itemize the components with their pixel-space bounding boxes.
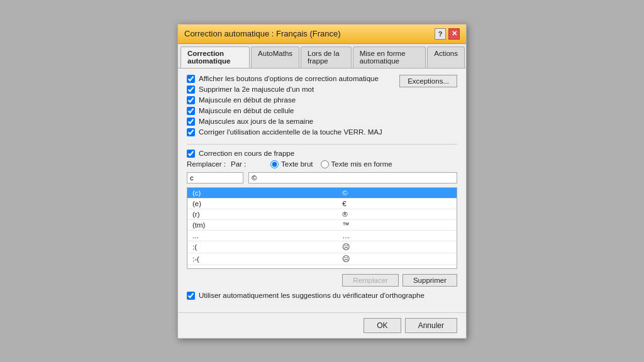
table-cell-par: … xyxy=(337,230,457,241)
dialog-title: Correction automatique : Français (Franc… xyxy=(184,29,341,38)
checkbox-majuscule-debut-phrase: Majuscule en début de phrase xyxy=(187,96,382,104)
checkbox-majuscule-debut-cellule-input[interactable] xyxy=(187,107,195,115)
table-cell-par: ™ xyxy=(337,219,457,230)
radio-texte-brut-input[interactable] xyxy=(270,160,279,168)
supprimer-button[interactable]: Supprimer xyxy=(402,274,457,287)
checkbox-majuscule-debut-phrase-input[interactable] xyxy=(187,96,195,104)
table-cell-replace: :-( xyxy=(187,253,337,265)
table-cell-replace: (r) xyxy=(187,209,337,219)
tab-mise-en-forme[interactable]: Mise en forme automatique xyxy=(353,47,426,68)
tab-actions[interactable]: Actions xyxy=(427,47,465,68)
checkbox-corriger-verr-maj-label: Corriger l'utilisation accidentelle de l… xyxy=(199,128,382,136)
checkbox-supprimer-2e-majuscule-label: Supprimer la 2e majuscule d'un mot xyxy=(199,85,314,93)
checkbox-majuscule-debut-cellule: Majuscule en début de cellule xyxy=(187,107,382,115)
table-row[interactable]: (tm)™ xyxy=(187,219,457,230)
radio-texte-brut-label: Texte brut xyxy=(281,160,313,168)
checkbox-afficher-boutons: Afficher les boutons d'options de correc… xyxy=(187,75,382,83)
radio-texte-mis-en-forme-label: Texte mis en forme xyxy=(331,160,392,168)
autocorrect-table-inner: (c)©(e)€(r)®(tm)™...…:(☹:-(☹ xyxy=(187,188,457,265)
par-input[interactable] xyxy=(248,172,457,184)
help-button[interactable]: ? xyxy=(435,28,446,40)
replace-input[interactable] xyxy=(187,172,243,184)
title-bar-buttons: ? ✕ xyxy=(435,28,460,40)
table-cell-par: ☹ xyxy=(337,253,457,265)
checkbox-supprimer-2e-majuscule: Supprimer la 2e majuscule d'un mot xyxy=(187,85,382,94)
radio-group: Texte brut Texte mis en forme xyxy=(270,160,392,168)
table-row[interactable]: (c)© xyxy=(187,188,457,199)
checkbox-corriger-verr-maj-input[interactable] xyxy=(187,128,195,136)
table-row[interactable]: ...… xyxy=(187,230,457,241)
table-cell-par: ® xyxy=(337,209,457,219)
checkbox-majuscules-jours-label: Majuscules aux jours de la semaine xyxy=(199,118,313,125)
title-bar: Correction automatique : Français (Franc… xyxy=(178,25,466,44)
table-cell-replace: (e) xyxy=(187,198,337,209)
radio-texte-brut[interactable]: Texte brut xyxy=(270,160,313,168)
checkbox-majuscules-jours-input[interactable] xyxy=(187,118,195,126)
checkbox-correction-frappe-input[interactable] xyxy=(187,150,195,158)
table-row[interactable]: (r)® xyxy=(187,209,457,219)
table-cell-replace: :( xyxy=(187,241,337,253)
checkbox-afficher-boutons-input[interactable] xyxy=(187,75,195,83)
replace-par-row: Remplacer : Par : Texte brut Texte mis e… xyxy=(187,160,457,168)
close-button[interactable]: ✕ xyxy=(448,28,460,40)
checkbox-correction-frappe-label: Correction en cours de frappe xyxy=(199,150,294,157)
checkbox-majuscule-debut-cellule-label: Majuscule en début de cellule xyxy=(199,107,294,114)
tab-correction-automatique[interactable]: Correction automatique xyxy=(180,47,250,68)
autocorrect-table[interactable]: (c)©(e)€(r)®(tm)™...…:(☹:-(☹ xyxy=(187,187,457,269)
tab-lors-de-la-frappe[interactable]: Lors de la frappe xyxy=(301,47,352,68)
action-buttons: Remplacer Supprimer xyxy=(187,274,457,287)
par-label: Par : xyxy=(231,160,265,168)
annuler-button[interactable]: Annuler xyxy=(405,318,457,333)
table-row[interactable]: (e)€ xyxy=(187,198,457,209)
exceptions-btn-container: Exceptions... xyxy=(399,75,457,87)
dialog-footer: OK Annuler xyxy=(178,312,466,338)
exceptions-button[interactable]: Exceptions... xyxy=(399,75,457,87)
tabs: Correction automatique AutoMaths Lors de… xyxy=(178,44,466,69)
remplacer-button[interactable]: Remplacer xyxy=(342,274,399,287)
checkbox-afficher-boutons-label: Afficher les boutons d'options de correc… xyxy=(199,75,379,82)
table-cell-replace: (c) xyxy=(187,188,337,199)
separator-1 xyxy=(187,144,457,145)
table-row[interactable]: :(☹ xyxy=(187,241,457,253)
table-cell-replace: (tm) xyxy=(187,219,337,230)
ok-button[interactable]: OK xyxy=(364,318,401,333)
tab-automaths[interactable]: AutoMaths xyxy=(251,47,299,68)
dialog-content: Afficher les boutons d'options de correc… xyxy=(178,69,466,312)
top-checkboxes: Afficher les boutons d'options de correc… xyxy=(187,75,382,139)
checkbox-utiliser-suggestions: Utiliser automatiquement les suggestions… xyxy=(187,292,457,300)
checkbox-majuscules-jours: Majuscules aux jours de la semaine xyxy=(187,118,382,126)
table-cell-par: ☹ xyxy=(337,241,457,253)
table-row[interactable]: :-(☹ xyxy=(187,253,457,265)
dialog: Correction automatique : Français (Franc… xyxy=(177,24,467,339)
checkbox-utiliser-suggestions-label: Utiliser automatiquement les suggestions… xyxy=(199,292,425,299)
checkbox-utiliser-suggestions-input[interactable] xyxy=(187,292,195,300)
checkbox-corriger-verr-maj: Corriger l'utilisation accidentelle de l… xyxy=(187,128,382,136)
checkbox-majuscule-debut-phrase-label: Majuscule en début de phrase xyxy=(199,96,296,104)
table-cell-par: € xyxy=(337,198,457,209)
table-cell-par: © xyxy=(337,188,457,199)
input-row xyxy=(187,172,457,184)
table-cell-replace: ... xyxy=(187,230,337,241)
radio-texte-mis-en-forme-input[interactable] xyxy=(321,160,329,168)
checkbox-supprimer-2e-majuscule-input[interactable] xyxy=(187,85,195,94)
radio-texte-mis-en-forme[interactable]: Texte mis en forme xyxy=(321,160,392,168)
replace-label: Remplacer : xyxy=(187,160,226,168)
checkbox-correction-frappe: Correction en cours de frappe xyxy=(187,150,457,158)
